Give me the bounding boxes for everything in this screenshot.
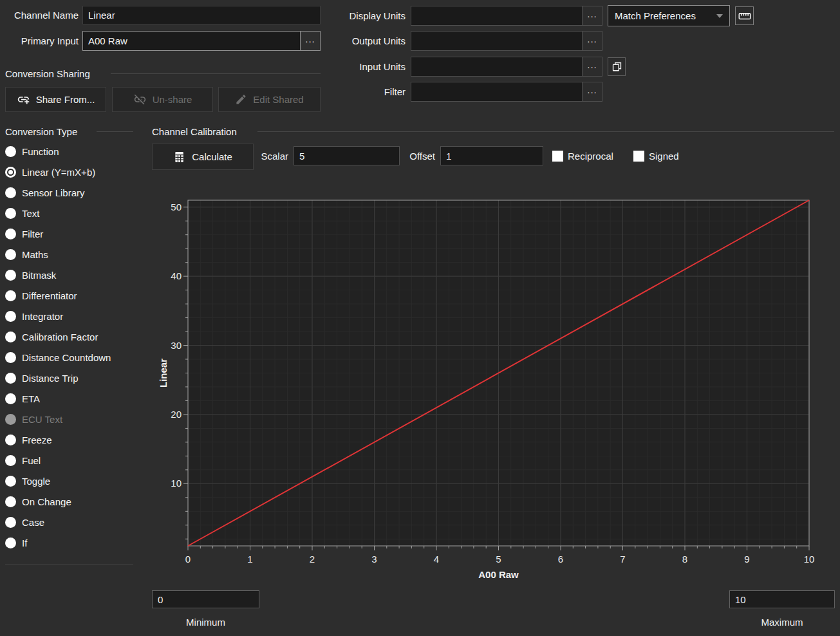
channel-name-value: Linear xyxy=(88,10,115,21)
conversion-type-option-label: Case xyxy=(22,517,44,528)
conversion-type-option-calibration-factor[interactable]: Calibration Factor xyxy=(5,326,142,347)
radio-icon xyxy=(5,496,16,507)
ruler-icon xyxy=(738,9,752,23)
pencil-icon xyxy=(235,93,247,106)
signed-label: Signed xyxy=(649,146,679,165)
conversion-type-option-label: Maths xyxy=(22,249,48,260)
un-share-button[interactable]: Un-share xyxy=(112,87,213,112)
minimum-input[interactable]: 0 xyxy=(152,590,259,608)
conversion-type-option-label: Integrator xyxy=(22,311,63,322)
conversion-type-option-bitmask[interactable]: Bitmask xyxy=(5,265,142,285)
conversion-type-option-eta[interactable]: ETA xyxy=(5,388,142,409)
conversion-type-option-if[interactable]: If xyxy=(5,532,142,553)
svg-text:50: 50 xyxy=(171,201,182,212)
reciprocal-label: Reciprocal xyxy=(568,146,613,165)
conversion-type-option-ecu-text[interactable]: ECU Text xyxy=(5,409,142,429)
conversion-type-option-label: Distance Countdown xyxy=(22,352,111,363)
conversion-type-option-integrator[interactable]: Integrator xyxy=(5,306,142,326)
conversion-type-option-label: Calibration Factor xyxy=(22,332,98,342)
offset-label: Offset xyxy=(360,146,435,165)
radio-icon xyxy=(5,414,16,425)
svg-text:7: 7 xyxy=(620,554,625,565)
radio-icon xyxy=(5,167,16,178)
radio-icon xyxy=(5,538,16,548)
calibration-chart: 0123456789101020304050A00 RawLinear xyxy=(152,191,840,586)
display-units-browse-button[interactable]: ... xyxy=(582,6,602,25)
offset-input[interactable]: 1 xyxy=(440,146,543,165)
svg-text:1: 1 xyxy=(247,554,252,565)
svg-text:6: 6 xyxy=(558,554,563,565)
conversion-type-option-fuel[interactable]: Fuel xyxy=(5,450,142,471)
copy-units-button[interactable] xyxy=(608,57,626,76)
channel-name-input[interactable]: Linear xyxy=(82,6,321,24)
radio-icon xyxy=(5,476,16,487)
maximum-value: 10 xyxy=(735,594,746,605)
conversion-type-option-text[interactable]: Text xyxy=(5,203,142,223)
output-units-group: ... xyxy=(411,31,602,51)
match-preferences-dropdown[interactable]: Match Preferences xyxy=(608,5,730,26)
filter-units-browse-button[interactable]: ... xyxy=(582,82,602,101)
edit-shared-label: Edit Shared xyxy=(253,94,303,105)
svg-text:10: 10 xyxy=(171,478,182,489)
conversion-type-option-freeze[interactable]: Freeze xyxy=(5,429,142,450)
radio-icon xyxy=(5,208,16,219)
svg-text:40: 40 xyxy=(171,270,182,281)
conversion-type-option-label: If xyxy=(22,538,27,548)
svg-text:Linear: Linear xyxy=(158,359,169,388)
input-units-label: Input Units xyxy=(309,57,406,77)
conversion-type-option-case[interactable]: Case xyxy=(5,512,142,532)
filter-units-label: Filter xyxy=(309,82,406,102)
edit-shared-button[interactable]: Edit Shared xyxy=(218,87,321,112)
conversion-type-option-toggle[interactable]: Toggle xyxy=(5,471,142,491)
conversion-type-option-label: Bitmask xyxy=(22,270,56,281)
reciprocal-checkbox[interactable] xyxy=(552,151,563,162)
conversion-sharing-divider xyxy=(111,73,321,74)
conversion-type-option-label: Function xyxy=(22,146,59,157)
conversion-type-option-linear-y-mx-b[interactable]: Linear (Y=mX+b) xyxy=(5,162,142,182)
input-units-field[interactable] xyxy=(411,57,582,76)
conversion-type-option-sensor-library[interactable]: Sensor Library xyxy=(5,182,142,203)
primary-input-field[interactable]: A00 Raw xyxy=(83,32,300,50)
scalar-label: Scalar xyxy=(219,146,288,165)
conversion-type-option-filter[interactable]: Filter xyxy=(5,223,142,244)
conversion-type-list: FunctionLinear (Y=mX+b)Sensor LibraryTex… xyxy=(5,141,142,553)
units-ruler-button[interactable] xyxy=(735,6,754,25)
conversion-type-option-distance-countdown[interactable]: Distance Countdown xyxy=(5,347,142,368)
conversion-type-option-on-change[interactable]: On Change xyxy=(5,491,142,512)
radio-icon xyxy=(5,290,16,301)
conversion-type-option-label: ECU Text xyxy=(22,414,62,425)
signed-checkbox[interactable] xyxy=(633,151,644,162)
svg-text:3: 3 xyxy=(371,554,377,565)
display-units-field[interactable] xyxy=(411,6,582,25)
output-units-field[interactable] xyxy=(411,32,582,50)
svg-text:8: 8 xyxy=(682,554,687,565)
radio-icon xyxy=(5,373,16,384)
output-units-label: Output Units xyxy=(309,31,406,51)
conversion-type-header-divider xyxy=(97,131,133,132)
svg-text:A00 Raw: A00 Raw xyxy=(478,569,519,580)
scalar-value: 5 xyxy=(299,151,304,162)
output-units-browse-button[interactable]: ... xyxy=(582,32,602,50)
radio-icon xyxy=(5,311,16,322)
chevron-down-icon xyxy=(716,14,723,18)
conversion-type-option-label: Freeze xyxy=(22,435,52,445)
conversion-type-option-function[interactable]: Function xyxy=(5,141,142,162)
maximum-input[interactable]: 10 xyxy=(729,590,835,608)
conversion-type-option-label: Filter xyxy=(22,229,43,239)
minimum-value: 0 xyxy=(158,594,163,605)
radio-icon xyxy=(5,146,16,157)
conversion-type-option-distance-trip[interactable]: Distance Trip xyxy=(5,368,142,388)
conversion-type-option-label: Text xyxy=(22,208,40,219)
conversion-type-header: Conversion Type xyxy=(5,124,77,138)
svg-text:2: 2 xyxy=(310,554,315,565)
conversion-type-option-differentiator[interactable]: Differentiator xyxy=(5,285,142,306)
input-units-browse-button[interactable]: ... xyxy=(582,57,602,76)
radio-icon xyxy=(5,517,16,528)
conversion-type-option-label: Sensor Library xyxy=(22,187,85,198)
radio-icon xyxy=(5,187,16,198)
radio-icon xyxy=(5,229,16,239)
conversion-type-option-maths[interactable]: Maths xyxy=(5,244,142,265)
filter-units-field[interactable] xyxy=(411,82,582,101)
conversion-type-option-label: Toggle xyxy=(22,476,50,487)
share-from-button[interactable]: Share From... xyxy=(5,87,106,112)
